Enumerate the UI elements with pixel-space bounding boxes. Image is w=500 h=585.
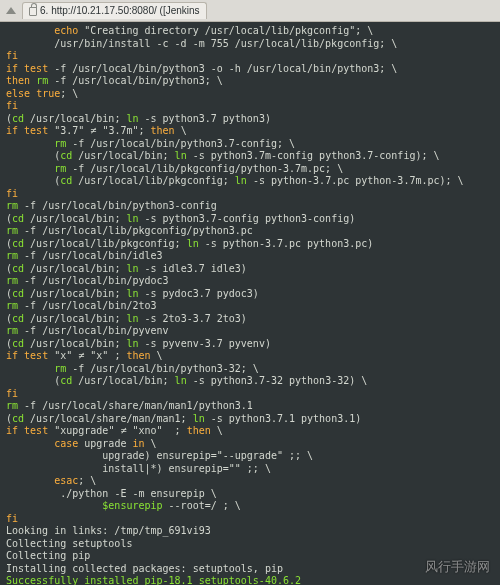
terminal-line: rm -f /usr/local/bin/2to3	[6, 300, 494, 313]
terminal-line: /usr/bin/install -c -d -m 755 /usr/local…	[6, 38, 494, 51]
terminal-line: rm -f /usr/local/bin/pydoc3	[6, 275, 494, 288]
terminal-line: rm -f /usr/local/bin/python3.7-config; \	[6, 138, 494, 151]
home-icon	[6, 7, 16, 14]
terminal-line: rm -f /usr/local/bin/pyvenv	[6, 325, 494, 338]
terminal-line: fi	[6, 188, 494, 201]
terminal-line: (cd /usr/local/share/man/man1; ln -s pyt…	[6, 413, 494, 426]
terminal-line: (cd /usr/local/bin; ln -s 2to3-3.7 2to3)	[6, 313, 494, 326]
terminal-line: then rm -f /usr/local/bin/python3; \	[6, 75, 494, 88]
terminal-line: upgrade) ensurepip="--upgrade" ;; \	[6, 450, 494, 463]
terminal-line: fi	[6, 513, 494, 526]
terminal-line: install|*) ensurepip="" ;; \	[6, 463, 494, 476]
terminal-line: rm -f /usr/local/share/man/man1/python3.…	[6, 400, 494, 413]
terminal-line: case upgrade in \	[6, 438, 494, 451]
browser-tab-active[interactable]: 6. http://10.21.17.50:8080/ ([Jenkins	[22, 2, 207, 20]
terminal-line: fi	[6, 50, 494, 63]
terminal-line: fi	[6, 388, 494, 401]
terminal-line: rm -f /usr/local/lib/pkgconfig/python3.p…	[6, 225, 494, 238]
terminal-line: (cd /usr/local/lib/pkgconfig; ln -s pyth…	[6, 238, 494, 251]
terminal-line: Successfully installed pip-18.1 setuptoo…	[6, 575, 494, 585]
terminal-line: echo "Creating directory /usr/local/lib/…	[6, 25, 494, 38]
terminal-line: if test "x" ≠ "x" ; then \	[6, 350, 494, 363]
terminal-line: Installing collected packages: setuptool…	[6, 563, 494, 576]
watermark-text: 风行手游网	[425, 559, 490, 575]
terminal-line: $ensurepip --root=/ ; \	[6, 500, 494, 513]
terminal-line: (cd /usr/local/bin; ln -s python3.7m-con…	[6, 150, 494, 163]
terminal-line: (cd /usr/local/lib/pkgconfig; ln -s pyth…	[6, 175, 494, 188]
terminal-line: if test "xupgrade" ≠ "xno" ; then \	[6, 425, 494, 438]
tab-index: 6.	[40, 5, 48, 18]
terminal-line: ./python -E -m ensurepip \	[6, 488, 494, 501]
terminal-line: (cd /usr/local/bin; ln -s python3.7-32 p…	[6, 375, 494, 388]
terminal-line: Collecting pip	[6, 550, 494, 563]
terminal-line: Looking in links: /tmp/tmp_691vi93	[6, 525, 494, 538]
home-tab[interactable]	[2, 5, 20, 17]
terminal-line: else true; \	[6, 88, 494, 101]
browser-tab-bar: 6. http://10.21.17.50:8080/ ([Jenkins	[0, 0, 500, 22]
terminal-line: rm -f /usr/local/bin/python3-config	[6, 200, 494, 213]
terminal-line: (cd /usr/local/bin; ln -s idle3.7 idle3)	[6, 263, 494, 276]
terminal-line: if test -f /usr/local/bin/python3 -o -h …	[6, 63, 494, 76]
terminal-line: rm -f /usr/local/bin/idle3	[6, 250, 494, 263]
tab-url: http://10.21.17.50:8080/ ([Jenkins	[51, 5, 199, 18]
terminal-line: (cd /usr/local/bin; ln -s python3.7-conf…	[6, 213, 494, 226]
terminal-line: fi	[6, 100, 494, 113]
terminal-line: rm -f /usr/local/lib/pkgconfig/python-3.…	[6, 163, 494, 176]
terminal-line: rm -f /usr/local/bin/python3-32; \	[6, 363, 494, 376]
terminal-line: esac; \	[6, 475, 494, 488]
terminal-line: (cd /usr/local/bin; ln -s pyvenv-3.7 pyv…	[6, 338, 494, 351]
terminal-line: (cd /usr/local/bin; ln -s python3.7 pyth…	[6, 113, 494, 126]
lock-icon	[29, 7, 37, 16]
terminal-line: (cd /usr/local/bin; ln -s pydoc3.7 pydoc…	[6, 288, 494, 301]
terminal-output[interactable]: echo "Creating directory /usr/local/lib/…	[0, 22, 500, 585]
terminal-line: if test "3.7" ≠ "3.7m"; then \	[6, 125, 494, 138]
terminal-line: Collecting setuptools	[6, 538, 494, 551]
